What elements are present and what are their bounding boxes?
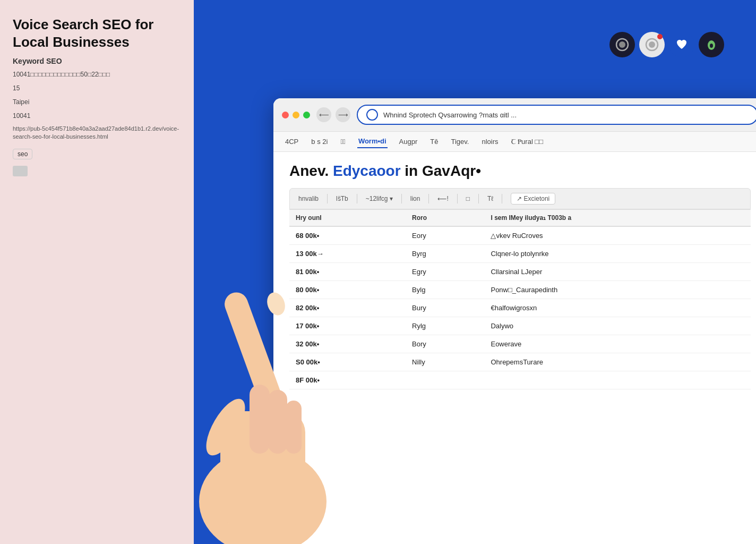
browser-chrome: ⟵ ⟶ Whnind Sprotech Qvsarrowing ?rnats α… <box>273 98 756 132</box>
cell-name-3: Cllarsinal LJeper <box>484 263 751 281</box>
svg-point-5 <box>710 44 713 48</box>
cell-num-2: 13 00k→ <box>289 245 406 263</box>
back-button[interactable]: ⟵ <box>316 107 331 122</box>
cell-code-8: Nilly <box>406 353 484 371</box>
meta-line2: 15 <box>13 83 181 93</box>
cell-num-8: S0 00k• <box>289 353 406 371</box>
cell-code-7: Bory <box>406 335 484 353</box>
reload-icon[interactable] <box>366 109 378 121</box>
cell-code-5: Bury <box>406 299 484 317</box>
svg-point-3 <box>649 41 655 48</box>
cell-num-5: 82 00k• <box>289 299 406 317</box>
svg-point-1 <box>619 41 625 48</box>
cell-name-4: Ponw□_Caurapedinth <box>484 281 751 299</box>
table-row: 81 00k• Egry Cllarsinal LJeper <box>289 263 751 281</box>
browser-tabs: 4CP b s 2i ꝏ᷊ Worm•di Augpr Tē Tigev. nl… <box>273 132 756 152</box>
toolbar-excietoni[interactable]: ↗ Excietoni <box>511 193 555 205</box>
cell-code-2: Byrg <box>406 245 484 263</box>
top-right-icons <box>609 32 724 57</box>
seo-tag[interactable]: seo <box>13 149 32 159</box>
toolbar-tl[interactable]: Tℓ <box>487 195 493 202</box>
browser-content: Anev. Edycaoor in GavAqr• hnvalib ls̈Tb … <box>273 152 756 544</box>
tab-icon3[interactable]: ꝏ᷊ <box>339 135 347 148</box>
toolbar-sep6 <box>478 194 479 203</box>
icon-blue-heart[interactable] <box>669 32 694 57</box>
table-row: 80 00k• Bylg Ponw□_Caurapedinth <box>289 281 751 299</box>
icon-dark-circle[interactable] <box>609 32 635 57</box>
table-row: 8F 00k• <box>289 371 751 389</box>
meta-line1: 10041□□□□□□□□□□□□□50□22□□□ <box>13 70 181 79</box>
cell-name-9 <box>484 371 751 389</box>
cell-name-2: Clqner-lo ptolynrke <box>484 245 751 263</box>
right-panel: ⟵ ⟶ Whnind Sprotech Qvsarrowing ?rnats α… <box>194 0 756 544</box>
toolbar-hnvalib[interactable]: hnvalib <box>298 195 319 202</box>
toolbar-lion[interactable]: lion <box>410 195 420 202</box>
cell-code-9 <box>406 371 484 389</box>
data-toolbar: hnvalib ls̈Tb ~12lifcg ▾ lion ⟵! □ Tℓ ↗ … <box>289 188 751 209</box>
tab-wormdi[interactable]: Worm•di <box>357 135 388 148</box>
table-row: 17 00k• Rylg Dalywo <box>289 317 751 335</box>
tab-te[interactable]: Tē <box>429 135 439 148</box>
tab-bs2i[interactable]: b s 2i <box>310 135 329 148</box>
content-header: Anev. Edycaoor in GavAqr• <box>289 163 751 180</box>
cell-num-9: 8F 00k• <box>289 371 406 389</box>
forward-button[interactable]: ⟶ <box>336 107 350 122</box>
cell-name-8: OhrepemsTurare <box>484 353 751 371</box>
col-header-code: Roro <box>406 210 484 227</box>
cell-name-6: Dalywo <box>484 317 751 335</box>
cell-name-1: △vkev RuCroves <box>484 226 751 245</box>
title-part1: Anev. <box>289 163 333 179</box>
content-title: Anev. Edycaoor in GavAqr• <box>289 163 751 180</box>
toolbar-lstb[interactable]: ls̈Tb <box>336 195 348 202</box>
keyword-label: Keyword SEO <box>13 57 181 65</box>
table-row: 13 00k→ Byrg Clqner-lo ptolynrke <box>289 245 751 263</box>
tab-rural[interactable]: Ꞇ Ᵽural □□ <box>510 135 545 148</box>
browser-window: ⟵ ⟶ Whnind Sprotech Qvsarrowing ?rnats α… <box>273 98 756 544</box>
data-table: Hry ounI Roro I sem IMey iludya₁ T003b a… <box>289 209 751 389</box>
toolbar-sep2 <box>357 194 357 203</box>
tab-4cp[interactable]: 4CP <box>284 135 299 148</box>
tab-augpr[interactable]: Augpr <box>398 135 419 148</box>
toolbar-sep7 <box>502 194 502 203</box>
title-part3: in <box>401 163 422 179</box>
col-header-name: I sem IMey iludya₁ T003b a <box>484 210 751 227</box>
toolbar-box[interactable]: □ <box>466 195 470 202</box>
toolbar-arrow[interactable]: ⟵! <box>437 195 448 202</box>
title-part2: Edycaoor <box>333 163 401 179</box>
browser-nav: ⟵ ⟶ <box>316 107 350 122</box>
cell-num-4: 80 00k• <box>289 281 406 299</box>
meta-line4: 10041 <box>13 111 181 121</box>
maximize-button[interactable] <box>303 112 310 118</box>
copy-icon[interactable] <box>13 166 28 176</box>
toolbar-12lifcg[interactable]: ~12lifcg ▾ <box>366 195 393 202</box>
toolbar-sep1 <box>327 194 328 203</box>
tab-tigev[interactable]: Tigev. <box>450 135 470 148</box>
cell-num-1: 68 00k• <box>289 226 406 245</box>
close-button[interactable] <box>282 112 289 118</box>
page-url[interactable]: https://pub-5c454f571b8e40a3a2aad27ade84… <box>13 125 181 141</box>
toolbar-sep4 <box>428 194 429 203</box>
cell-num-3: 81 00k• <box>289 263 406 281</box>
meta-line3: Taipei <box>13 97 181 107</box>
cell-code-6: Rylg <box>406 317 484 335</box>
cell-num-6: 17 00k• <box>289 317 406 335</box>
table-row: 82 00k• Bury €halfowigrosxn <box>289 299 751 317</box>
svg-rect-10 <box>250 385 270 454</box>
cell-code-1: Eory <box>406 226 484 245</box>
table-row: S0 00k• Nilly OhrepemsTurare <box>289 353 751 371</box>
page-title: Voice Search SEO forLocal Businesses <box>13 16 181 50</box>
icon-red-dot[interactable] <box>639 32 665 57</box>
minimize-button[interactable] <box>293 112 299 118</box>
col-header-num: Hry ounI <box>289 210 406 227</box>
svg-point-13 <box>199 393 253 461</box>
toolbar-sep3 <box>401 194 402 203</box>
address-text: Whnind Sprotech Qvsarrowing ?rnats αitl … <box>383 111 749 119</box>
left-panel: Voice Search SEO forLocal Businesses Key… <box>0 0 194 544</box>
cell-name-7: Eowerave <box>484 335 751 353</box>
traffic-lights <box>282 112 310 118</box>
icon-avocado[interactable] <box>699 32 724 57</box>
address-bar[interactable]: Whnind Sprotech Qvsarrowing ?rnats αitl … <box>357 105 756 125</box>
cell-name-5: €halfowigrosxn <box>484 299 751 317</box>
toolbar-sep5 <box>457 194 458 203</box>
tab-nloirs[interactable]: nloirs <box>480 135 499 148</box>
